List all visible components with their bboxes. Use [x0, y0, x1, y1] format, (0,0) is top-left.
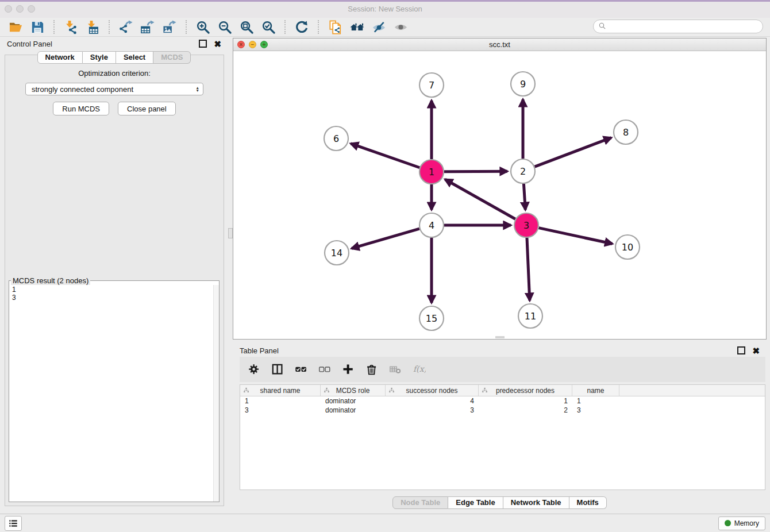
zoom-fit-button[interactable]	[236, 19, 257, 35]
minimize-network-icon[interactable]: −	[249, 41, 256, 48]
node-table: shared nameMCDS rolesuccessor nodesprede…	[240, 384, 765, 490]
run-mcds-button[interactable]: Run MCDS	[53, 102, 109, 115]
toolbar-separator	[284, 20, 286, 34]
canvas-scroll-handle[interactable]	[495, 336, 505, 338]
graph-edge-1-6[interactable]	[351, 144, 419, 168]
graph-node-3[interactable]: 3	[514, 213, 538, 237]
table-cell[interactable]: 4	[386, 396, 479, 406]
search-input[interactable]	[610, 22, 763, 31]
zoom-in-button[interactable]	[192, 19, 214, 35]
export-network-button[interactable]	[115, 19, 137, 35]
graph-edge-3-10[interactable]	[539, 228, 613, 244]
table-cell[interactable]: 3	[572, 406, 619, 415]
graph-node-2[interactable]: 2	[511, 159, 535, 183]
graph-node-7[interactable]: 7	[419, 73, 444, 97]
refresh-button[interactable]	[291, 19, 313, 35]
optimization-criterion-label: Optimization criterion:	[5, 69, 224, 78]
graph-node-11[interactable]: 11	[518, 304, 542, 328]
function-builder-icon: f(x)	[413, 363, 426, 376]
tab-mcds[interactable]: MCDS	[153, 51, 191, 64]
splitter-grip[interactable]	[228, 228, 233, 238]
deselect-all-rows-button[interactable]	[317, 362, 332, 377]
table-cell[interactable]: 3	[386, 406, 479, 415]
network-window-controls[interactable]: × − +	[237, 41, 268, 48]
column-header-mcds-role[interactable]: MCDS role	[321, 385, 386, 396]
criterion-select[interactable]: strongly connected component ▲▼	[25, 83, 203, 95]
network-canvas[interactable]: 7968124314101511	[233, 51, 766, 339]
export-image-button[interactable]	[159, 19, 180, 35]
graph-edge-2-3[interactable]	[523, 184, 525, 210]
graph-node-4[interactable]: 4	[419, 213, 444, 237]
table-cell[interactable]: 1	[479, 396, 572, 406]
memory-button[interactable]: Memory	[718, 516, 765, 530]
result-scrollbar[interactable]	[213, 285, 219, 502]
sort-tree-icon	[243, 387, 250, 394]
tab-node-table[interactable]: Node Table	[392, 496, 448, 509]
column-header-shared-name[interactable]: shared name	[240, 385, 321, 396]
table-cell[interactable]: dominator	[321, 396, 386, 406]
network-window-titlebar: × − + scc.txt	[233, 38, 766, 51]
table-cell[interactable]: 1	[240, 396, 321, 406]
graph-edge-3-11[interactable]	[527, 238, 530, 300]
control-panel-title: Control Panel	[7, 40, 52, 48]
close-panel-button[interactable]: Close panel	[118, 102, 176, 115]
table-panel-title: Table Panel	[240, 346, 279, 355]
tab-style[interactable]: Style	[83, 51, 116, 64]
search-box[interactable]	[593, 20, 763, 33]
tab-select[interactable]: Select	[116, 51, 153, 64]
graph-node-6[interactable]: 6	[324, 126, 348, 151]
table-row[interactable]: 1dominator411	[240, 396, 765, 406]
graph-node-1[interactable]: 1	[419, 160, 444, 184]
graph-node-15[interactable]: 15	[419, 306, 444, 330]
settings-gear-button[interactable]	[247, 362, 261, 377]
task-history-button[interactable]	[5, 516, 22, 531]
hide-selected-button[interactable]	[368, 19, 390, 35]
mcds-result-text[interactable]: 1 3	[9, 285, 213, 502]
column-header-name[interactable]: name	[572, 385, 619, 396]
table-row[interactable]: 3dominator323	[240, 406, 765, 415]
import-table-button[interactable]	[82, 19, 103, 35]
column-header-successor-nodes[interactable]: successor nodes	[386, 385, 479, 396]
tab-motifs[interactable]: Motifs	[569, 496, 607, 509]
import-network-button[interactable]	[60, 19, 82, 35]
table-cell[interactable]: 3	[240, 406, 321, 415]
close-table-panel-icon[interactable]: ✖	[752, 346, 760, 355]
tab-network-table[interactable]: Network Table	[503, 496, 569, 509]
select-all-rows-button[interactable]	[294, 362, 309, 377]
float-panel-icon[interactable]	[199, 40, 207, 48]
hide-selected-icon	[372, 20, 386, 34]
svg-text:7: 7	[429, 80, 434, 91]
zoom-out-button[interactable]	[214, 19, 236, 35]
table-cell[interactable]: dominator	[321, 406, 386, 415]
import-table-icon	[86, 20, 100, 34]
tab-edge-table[interactable]: Edge Table	[448, 496, 503, 509]
delete-column-button[interactable]	[364, 362, 379, 377]
open-session-button[interactable]	[5, 19, 26, 35]
toolbar-group	[5, 19, 48, 35]
close-panel-icon[interactable]: ✖	[214, 40, 221, 48]
add-column-button[interactable]	[341, 362, 356, 377]
svg-text:15: 15	[426, 313, 437, 324]
close-network-icon[interactable]: ×	[237, 41, 245, 48]
table-cell[interactable]: 2	[479, 406, 572, 415]
graph-edge-4-14[interactable]	[352, 229, 419, 248]
export-table-button[interactable]	[137, 19, 159, 35]
graph-edge-3-1[interactable]	[445, 179, 515, 219]
graph-edge-1-2[interactable]	[444, 171, 507, 172]
table-cell[interactable]: 1	[572, 396, 619, 406]
show-all-button[interactable]	[390, 19, 411, 35]
float-table-panel-icon[interactable]	[737, 346, 745, 354]
graph-node-10[interactable]: 10	[615, 235, 640, 259]
tab-network[interactable]: Network	[37, 51, 83, 64]
graph-edge-2-8[interactable]	[535, 138, 611, 167]
graph-node-9[interactable]: 9	[511, 72, 535, 96]
first-neighbors-button[interactable]	[346, 19, 368, 35]
new-network-from-selection-button[interactable]	[324, 19, 346, 35]
column-visibility-button[interactable]	[270, 362, 285, 377]
zoom-selected-button[interactable]	[257, 19, 279, 35]
maximize-network-icon[interactable]: +	[260, 41, 268, 48]
graph-node-14[interactable]: 14	[325, 241, 349, 265]
column-header-predecessor-nodes[interactable]: predecessor nodes	[479, 385, 572, 396]
save-session-button[interactable]	[26, 19, 48, 35]
graph-node-8[interactable]: 8	[614, 120, 638, 144]
